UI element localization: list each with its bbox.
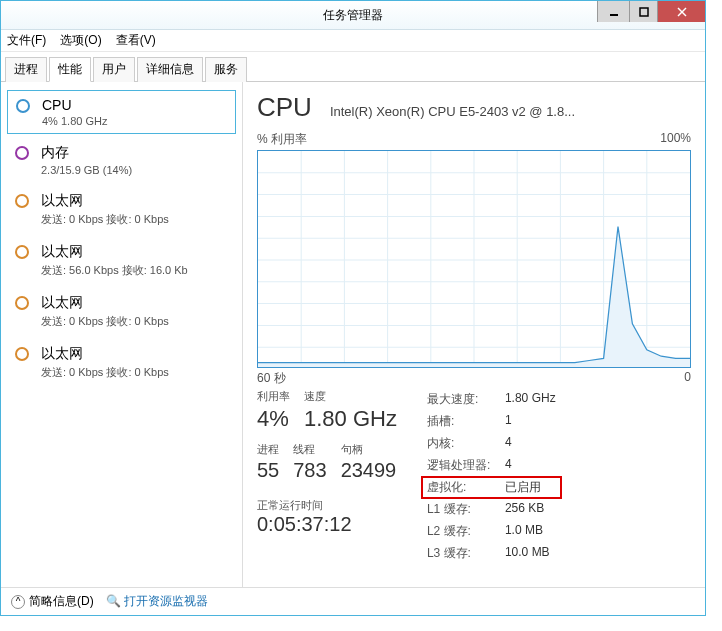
maxspeed-k: 最大速度: bbox=[427, 391, 505, 408]
sockets-v: 1 bbox=[505, 413, 512, 430]
chart-y-labels: % 利用率 100% bbox=[257, 131, 691, 148]
virt-v: 已启用 bbox=[505, 479, 541, 496]
handles-value: 23499 bbox=[341, 459, 397, 482]
sidebar-item-0[interactable]: CPU4% 1.80 GHz bbox=[7, 90, 236, 134]
l2-v: 1.0 MB bbox=[505, 523, 543, 540]
chart-ylabel: % 利用率 bbox=[257, 131, 307, 148]
menu-view[interactable]: 查看(V) bbox=[116, 32, 156, 49]
mem-icon bbox=[15, 146, 29, 160]
proc-label: 进程 bbox=[257, 442, 279, 457]
tab-services[interactable]: 服务 bbox=[205, 57, 247, 82]
maxspeed-v: 1.80 GHz bbox=[505, 391, 556, 408]
eth-icon bbox=[15, 347, 29, 361]
cores-v: 4 bbox=[505, 435, 512, 452]
chart-ymax: 100% bbox=[660, 131, 691, 148]
open-resource-monitor-link[interactable]: 🔍 打开资源监视器 bbox=[106, 593, 208, 610]
sidebar-item-sub: 2.3/15.9 GB (14%) bbox=[41, 164, 132, 176]
util-label: 利用率 bbox=[257, 389, 290, 404]
chart-xlabel-right: 0 bbox=[684, 370, 691, 387]
virtualization-row: 虚拟化:已启用 bbox=[421, 476, 562, 499]
eth-icon bbox=[15, 296, 29, 310]
eth-icon bbox=[15, 245, 29, 259]
l1-v: 256 KB bbox=[505, 501, 544, 518]
speed-label: 速度 bbox=[304, 389, 397, 404]
sidebar-item-1[interactable]: 内存2.3/15.9 GB (14%) bbox=[1, 136, 242, 184]
close-button[interactable] bbox=[657, 1, 705, 22]
stats: 利用率4% 速度1.80 GHz 进程55 线程783 句柄23499 正常运行… bbox=[257, 389, 691, 562]
main-panel: CPU Intel(R) Xeon(R) CPU E5-2403 v2 @ 1.… bbox=[243, 82, 705, 587]
chart-xlabel-left: 60 秒 bbox=[257, 370, 286, 387]
sockets-k: 插槽: bbox=[427, 413, 505, 430]
minimize-button[interactable] bbox=[597, 1, 629, 22]
svg-rect-1 bbox=[640, 8, 648, 16]
tab-users[interactable]: 用户 bbox=[93, 57, 135, 82]
sidebar-item-title: 内存 bbox=[41, 144, 132, 162]
threads-label: 线程 bbox=[293, 442, 326, 457]
cores-k: 内核: bbox=[427, 435, 505, 452]
titlebar[interactable]: 任务管理器 bbox=[1, 1, 705, 30]
sidebar-item-title: 以太网 bbox=[41, 294, 169, 312]
tab-details[interactable]: 详细信息 bbox=[137, 57, 203, 82]
sidebar-item-sub: 发送: 0 Kbps 接收: 0 Kbps bbox=[41, 314, 169, 329]
cpu-icon bbox=[16, 99, 30, 113]
handles-label: 句柄 bbox=[341, 442, 397, 457]
logical-k: 逻辑处理器: bbox=[427, 457, 505, 474]
menu-options[interactable]: 选项(O) bbox=[60, 32, 101, 49]
l3-k: L3 缓存: bbox=[427, 545, 505, 562]
tabs: 进程 性能 用户 详细信息 服务 bbox=[1, 52, 705, 82]
chevron-up-icon: ^ bbox=[11, 595, 25, 609]
sidebar-item-sub: 发送: 0 Kbps 接收: 0 Kbps bbox=[41, 365, 169, 380]
eth-icon bbox=[15, 194, 29, 208]
uptime-label: 正常运行时间 bbox=[257, 498, 397, 513]
l3-v: 10.0 MB bbox=[505, 545, 550, 562]
sidebar-item-sub: 发送: 0 Kbps 接收: 0 Kbps bbox=[41, 212, 169, 227]
sidebar: CPU4% 1.80 GHz内存2.3/15.9 GB (14%)以太网发送: … bbox=[1, 82, 243, 587]
l1-k: L1 缓存: bbox=[427, 501, 505, 518]
sidebar-item-title: 以太网 bbox=[41, 192, 169, 210]
sidebar-item-2[interactable]: 以太网发送: 0 Kbps 接收: 0 Kbps bbox=[1, 184, 242, 235]
window-buttons bbox=[597, 1, 705, 22]
menu-file[interactable]: 文件(F) bbox=[7, 32, 46, 49]
tab-performance[interactable]: 性能 bbox=[49, 57, 91, 82]
sidebar-item-title: 以太网 bbox=[41, 345, 169, 363]
speed-value: 1.80 GHz bbox=[304, 406, 397, 432]
brief-toggle[interactable]: ^简略信息(D) bbox=[11, 593, 94, 610]
task-manager-window: 任务管理器 文件(F) 选项(O) 查看(V) 进程 性能 用户 详细信息 服务… bbox=[0, 0, 706, 616]
cpu-model: Intel(R) Xeon(R) CPU E5-2403 v2 @ 1.8... bbox=[330, 104, 575, 119]
tab-processes[interactable]: 进程 bbox=[5, 57, 47, 82]
l2-k: L2 缓存: bbox=[427, 523, 505, 540]
stats-right: 最大速度:1.80 GHz 插槽:1 内核:4 逻辑处理器:4 虚拟化:已启用 … bbox=[427, 389, 556, 562]
proc-value: 55 bbox=[257, 459, 279, 482]
sidebar-item-title: CPU bbox=[42, 97, 107, 113]
content: CPU4% 1.80 GHz内存2.3/15.9 GB (14%)以太网发送: … bbox=[1, 82, 705, 587]
sidebar-item-4[interactable]: 以太网发送: 0 Kbps 接收: 0 Kbps bbox=[1, 286, 242, 337]
footer: ^简略信息(D) 🔍 打开资源监视器 bbox=[1, 587, 705, 615]
stats-left: 利用率4% 速度1.80 GHz 进程55 线程783 句柄23499 正常运行… bbox=[257, 389, 397, 562]
virt-k: 虚拟化: bbox=[427, 479, 505, 496]
chart-x-labels: 60 秒 0 bbox=[257, 370, 691, 387]
sidebar-item-title: 以太网 bbox=[41, 243, 188, 261]
menubar: 文件(F) 选项(O) 查看(V) bbox=[1, 30, 705, 52]
threads-value: 783 bbox=[293, 459, 326, 482]
uptime-value: 0:05:37:12 bbox=[257, 513, 397, 536]
cpu-title: CPU bbox=[257, 92, 312, 123]
maximize-button[interactable] bbox=[629, 1, 657, 22]
sidebar-item-sub: 发送: 56.0 Kbps 接收: 16.0 Kb bbox=[41, 263, 188, 278]
sidebar-item-sub: 4% 1.80 GHz bbox=[42, 115, 107, 127]
sidebar-item-5[interactable]: 以太网发送: 0 Kbps 接收: 0 Kbps bbox=[1, 337, 242, 388]
cpu-chart[interactable] bbox=[257, 150, 691, 368]
chart-svg bbox=[258, 151, 690, 367]
main-header: CPU Intel(R) Xeon(R) CPU E5-2403 v2 @ 1.… bbox=[257, 92, 691, 123]
util-value: 4% bbox=[257, 406, 290, 432]
logical-v: 4 bbox=[505, 457, 512, 474]
sidebar-item-3[interactable]: 以太网发送: 56.0 Kbps 接收: 16.0 Kb bbox=[1, 235, 242, 286]
